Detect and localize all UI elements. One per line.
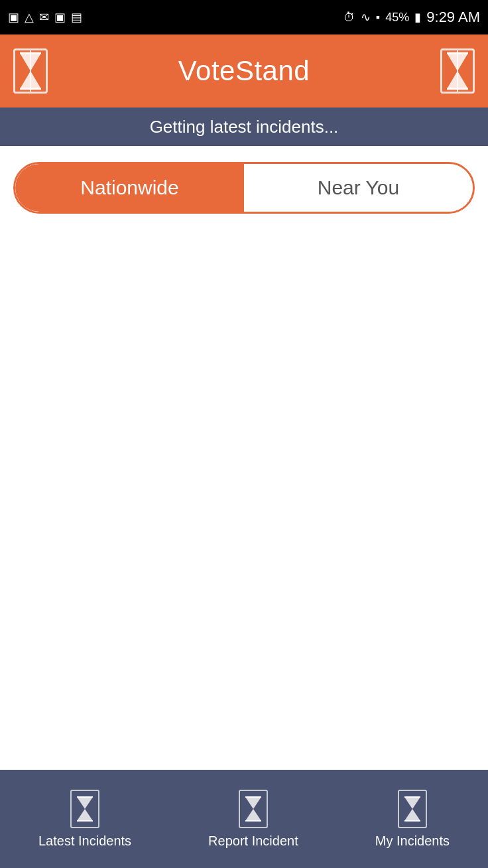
toggle-wrapper: Nationwide Near You bbox=[13, 162, 475, 214]
menu-icon[interactable] bbox=[13, 48, 48, 94]
tape-icon: ▤ bbox=[71, 10, 82, 25]
notification-icon: ▣ bbox=[8, 10, 19, 25]
nationwide-tab[interactable]: Nationwide bbox=[15, 164, 244, 212]
svg-marker-4 bbox=[447, 53, 468, 71]
nav-item-latest-incidents[interactable]: Latest Incidents bbox=[38, 790, 131, 849]
app-title: VoteStand bbox=[178, 55, 310, 87]
near-you-tab[interactable]: Near You bbox=[244, 164, 473, 212]
svg-marker-0 bbox=[20, 53, 41, 71]
alarm-icon: ⏱ bbox=[343, 11, 355, 25]
warning-icon: △ bbox=[25, 10, 34, 25]
account-icon[interactable] bbox=[440, 48, 475, 94]
main-content bbox=[0, 230, 488, 770]
status-time: 9:29 AM bbox=[426, 9, 480, 26]
nav-item-report-incident[interactable]: Report Incident bbox=[208, 790, 298, 849]
notification-message: Getting latest incidents... bbox=[150, 117, 339, 137]
email-icon: ✉ bbox=[39, 10, 49, 25]
report-incident-icon bbox=[239, 790, 268, 828]
status-bar: ▣ △ ✉ ▣ ▤ ⏱ ∿ ▪ 45% ▮ 9:29 AM bbox=[0, 0, 488, 35]
nav-item-my-incidents[interactable]: My Incidents bbox=[375, 790, 450, 849]
svg-marker-1 bbox=[20, 71, 41, 89]
latest-incidents-label: Latest Incidents bbox=[38, 833, 131, 849]
svg-marker-9 bbox=[77, 809, 93, 821]
battery-icon: ▮ bbox=[414, 10, 421, 25]
bottom-nav: Latest Incidents Report Incident My Inci… bbox=[0, 770, 488, 868]
status-icons-left: ▣ △ ✉ ▣ ▤ bbox=[8, 10, 82, 25]
app-header: VoteStand bbox=[0, 35, 488, 108]
svg-marker-5 bbox=[447, 71, 468, 89]
my-incidents-label: My Incidents bbox=[375, 833, 450, 849]
svg-marker-12 bbox=[245, 797, 261, 809]
wifi-icon: ∿ bbox=[361, 10, 371, 25]
svg-marker-17 bbox=[404, 809, 420, 821]
svg-marker-8 bbox=[77, 797, 93, 809]
latest-incidents-icon bbox=[70, 790, 99, 828]
status-icons-right: ⏱ ∿ ▪ 45% ▮ 9:29 AM bbox=[343, 9, 480, 26]
my-incidents-icon bbox=[398, 790, 427, 828]
signal-icon: ▪ bbox=[376, 11, 380, 25]
toggle-container: Nationwide Near You bbox=[0, 146, 488, 230]
phone-icon: ▣ bbox=[54, 10, 66, 25]
battery-percent: 45% bbox=[385, 11, 409, 25]
notification-bar: Getting latest incidents... bbox=[0, 108, 488, 146]
svg-marker-16 bbox=[404, 797, 420, 809]
report-incident-label: Report Incident bbox=[208, 833, 298, 849]
svg-marker-13 bbox=[245, 809, 261, 821]
